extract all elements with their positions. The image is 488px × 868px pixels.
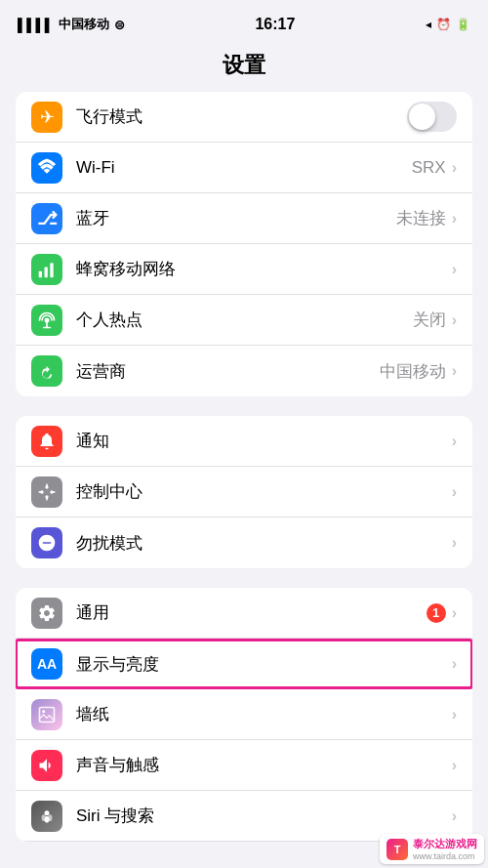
hotspot-chevron: › xyxy=(452,311,457,329)
svg-rect-13 xyxy=(53,491,56,493)
settings-group-notifications: 通知 › 控制中心 › 勿扰模式 › xyxy=(16,416,472,568)
general-chevron: › xyxy=(452,604,457,622)
carrier-chevron: › xyxy=(452,362,457,380)
settings-row-general[interactable]: 通用 1 › xyxy=(16,588,472,639)
bluetooth-icon-bg: ⎇ xyxy=(31,203,62,234)
settings-row-donotdisturb[interactable]: 勿扰模式 › xyxy=(16,517,472,568)
settings-row-hotspot[interactable]: 个人热点 关闭 › xyxy=(16,295,472,346)
carrier-label: 运营商 xyxy=(76,360,380,383)
carrier-name: 中国移动 xyxy=(59,16,109,33)
status-bar: ▌▌▌▌ 中国移动 ⊜ 16:17 ◂ ⏰ 🔋 xyxy=(0,0,488,43)
svg-rect-2 xyxy=(50,263,53,277)
battery-icon: 🔋 xyxy=(456,18,470,31)
sound-label: 声音与触感 xyxy=(76,754,452,776)
settings-row-controlcenter[interactable]: 控制中心 › xyxy=(16,467,472,517)
donotdisturb-label: 勿扰模式 xyxy=(76,532,452,555)
display-label: 显示与亮度 xyxy=(76,653,452,676)
sound-icon-bg xyxy=(31,750,62,781)
watermark-text: 泰尔达游戏网 www.tairda.com xyxy=(413,837,477,861)
status-carrier: ▌▌▌▌ 中国移动 ⊜ xyxy=(18,16,125,33)
cellular-label: 蜂窝移动网络 xyxy=(76,258,452,280)
svg-point-16 xyxy=(45,810,50,815)
status-time: 16:17 xyxy=(255,16,295,33)
settings-row-cellular[interactable]: 蜂窝移动网络 › xyxy=(16,244,472,295)
siri-icon-bg xyxy=(31,801,62,832)
svg-rect-1 xyxy=(45,267,48,277)
airplane-icon: ✈ xyxy=(31,102,62,133)
general-badge: 1 xyxy=(427,603,446,623)
siri-chevron: › xyxy=(452,807,457,825)
carrier-value: 中国移动 xyxy=(380,360,446,383)
carrier-icon-bg xyxy=(31,355,62,387)
donotdisturb-chevron: › xyxy=(452,534,457,552)
svg-point-15 xyxy=(42,710,45,713)
wifi-chevron: › xyxy=(452,159,457,177)
settings-row-notifications[interactable]: 通知 › xyxy=(16,416,472,467)
svg-rect-10 xyxy=(46,483,48,486)
notifications-chevron: › xyxy=(452,433,457,450)
hotspot-icon-bg xyxy=(31,305,62,336)
notifications-icon-bg xyxy=(31,426,62,457)
settings-row-carrier[interactable]: 运营商 中国移动 › xyxy=(16,346,472,396)
hotspot-label: 个人热点 xyxy=(76,309,413,331)
settings-row-bluetooth[interactable]: ⎇ 蓝牙 未连接 › xyxy=(16,193,472,244)
bluetooth-label: 蓝牙 xyxy=(76,207,396,229)
hotspot-value: 关闭 xyxy=(413,309,446,331)
wifi-icon: ⊜ xyxy=(114,18,125,32)
location-icon: ◂ xyxy=(426,18,431,31)
airplane-toggle[interactable] xyxy=(407,102,457,132)
controlcenter-icon-bg xyxy=(31,476,62,508)
page-title-bar: 设置 xyxy=(0,43,488,92)
watermark-icon: T xyxy=(386,839,408,860)
wifi-value: SRX xyxy=(412,158,446,178)
general-label: 通用 xyxy=(76,601,427,624)
notifications-label: 通知 xyxy=(76,430,452,452)
svg-rect-12 xyxy=(39,491,42,493)
alarm-icon: ⏰ xyxy=(436,18,451,31)
settings-row-airplane[interactable]: ✈ 飞行模式 xyxy=(16,92,472,143)
svg-rect-14 xyxy=(40,707,55,722)
bluetooth-value: 未连接 xyxy=(396,207,446,229)
settings-row-wifi[interactable]: Wi-Fi SRX › xyxy=(16,143,472,193)
cellular-icon-bg xyxy=(31,254,62,285)
display-icon-bg: AA xyxy=(31,648,62,680)
wallpaper-label: 墙纸 xyxy=(76,703,452,725)
settings-row-sound[interactable]: 声音与触感 › xyxy=(16,740,472,791)
settings-row-display-brightness[interactable]: AA 显示与亮度 › xyxy=(16,639,472,689)
settings-row-wallpaper[interactable]: 墙纸 › xyxy=(16,689,472,740)
wifi-icon-bg xyxy=(31,152,62,184)
settings-group-display: 通用 1 › AA 显示与亮度 › 墙纸 › 声音与触感 › xyxy=(16,588,472,842)
settings-group-network: ✈ 飞行模式 Wi-Fi SRX › ⎇ 蓝牙 未连接 › xyxy=(16,92,472,396)
svg-point-19 xyxy=(45,816,50,823)
controlcenter-chevron: › xyxy=(452,483,457,501)
bluetooth-chevron: › xyxy=(452,210,457,227)
siri-label: Siri 与搜索 xyxy=(76,805,452,827)
controlcenter-label: 控制中心 xyxy=(76,480,452,503)
wallpaper-chevron: › xyxy=(452,706,457,723)
page-title: 设置 xyxy=(0,51,488,80)
cellular-chevron: › xyxy=(452,261,457,278)
signal-icon: ▌▌▌▌ xyxy=(18,18,54,32)
status-icons: ◂ ⏰ 🔋 xyxy=(426,18,470,31)
svg-rect-11 xyxy=(46,497,48,500)
svg-rect-0 xyxy=(39,270,42,277)
wifi-label: Wi-Fi xyxy=(76,158,412,178)
general-icon-bg xyxy=(31,598,62,629)
donotdisturb-icon-bg xyxy=(31,527,62,558)
wallpaper-icon-bg xyxy=(31,699,62,730)
sound-chevron: › xyxy=(452,757,457,774)
display-chevron: › xyxy=(452,655,457,673)
watermark: T 泰尔达游戏网 www.tairda.com xyxy=(380,834,484,864)
airplane-label: 飞行模式 xyxy=(76,105,407,128)
